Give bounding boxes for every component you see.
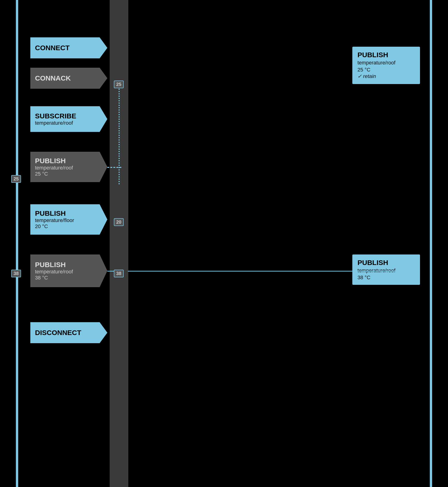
publish-roof-38-label: PUBLISH [35, 261, 66, 269]
retained-dotted-line [119, 84, 120, 184]
publish-retain-topic: temperature/roof [358, 60, 415, 66]
connect-label: CONNECT [35, 44, 70, 52]
publish-38-label: PUBLISH [358, 259, 388, 266]
publish-38-box: PUBLISH temperature/roof 38 °C [352, 254, 420, 285]
publish-retain-box: PUBLISH temperature/roof 25 °C ✓ retain [352, 47, 420, 84]
retain-top-connector [128, 86, 404, 87]
publish-25-h-connector [107, 167, 121, 168]
publish-roof-38-arrow: PUBLISH temperature/roof 38 °C [30, 254, 107, 287]
disconnect-arrow: DISCONNECT [30, 322, 107, 343]
publish-roof-25-arrow: PUBLISH temperature/roof 25 °C [30, 152, 107, 182]
publish-roof-25-value: 25 °C [35, 171, 48, 177]
publish-38-value: 38 °C [358, 275, 415, 281]
publish-roof-25-topic: temperature/roof [35, 165, 73, 171]
publish-roof-38-value: 38 °C [35, 275, 48, 281]
publish-retain-label: PUBLISH [358, 51, 388, 59]
publish-floor-20-label: PUBLISH [35, 209, 66, 217]
publish-retain-flag: ✓ retain [358, 73, 415, 79]
subscribe-label: SUBSCRIBE [35, 112, 76, 120]
badge-left-38: 38 [11, 270, 21, 277]
connack-arrow: CONNACK [30, 68, 107, 89]
publish-retain-value: 25 °C [358, 67, 415, 73]
publish-floor-20-value: 20 °C [35, 223, 48, 229]
badge-left-25: 25 [11, 175, 21, 183]
publish-38-right-connector [128, 271, 404, 272]
left-timeline-line [16, 0, 18, 487]
publish-38-topic: temperature/roof [358, 268, 415, 274]
badge-center-20: 20 [114, 218, 124, 226]
connack-label: CONNACK [35, 74, 71, 82]
subscribe-arrow: SUBSCRIBE temperature/roof [30, 106, 107, 132]
subscribe-topic: temperature/roof [35, 120, 73, 126]
publish-floor-20-topic: temperature/floor [35, 217, 74, 223]
badge-center-25-top: 25 [114, 81, 124, 88]
publish-roof-38-topic: temperature/roof [35, 269, 73, 275]
right-timeline-line [430, 0, 432, 487]
publish-floor-20-arrow: PUBLISH temperature/floor 20 °C [30, 204, 107, 235]
publish-roof-25-label: PUBLISH [35, 157, 66, 165]
center-broker-bar [110, 0, 128, 487]
connect-arrow: CONNECT [30, 37, 107, 58]
disconnect-label: DISCONNECT [35, 329, 81, 337]
badge-center-38: 38 [114, 270, 124, 277]
